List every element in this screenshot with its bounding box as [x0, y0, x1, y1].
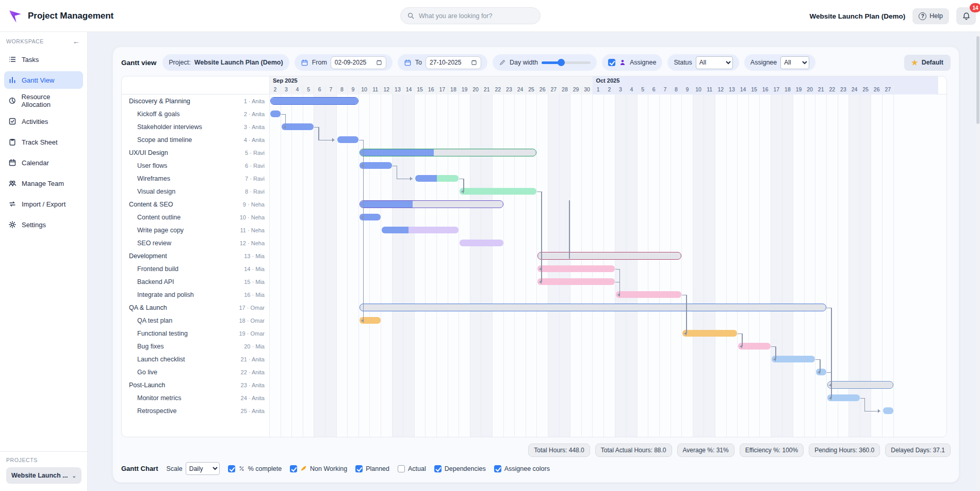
checkbox[interactable]: [228, 465, 235, 472]
gantt-chart-container: Discovery & Planning1 · AnitaKickoff & g…: [121, 76, 947, 437]
gantt-bar[interactable]: [616, 291, 682, 298]
task-list-panel: Discovery & Planning1 · AnitaKickoff & g…: [122, 76, 270, 437]
checkbox[interactable]: [398, 465, 405, 472]
task-row[interactable]: Bug fixes20 · Mia: [122, 340, 270, 353]
gantt-bar[interactable]: [682, 330, 737, 337]
sidebar-item-resource-allocation[interactable]: Resource Allocation: [4, 92, 83, 109]
default-button[interactable]: ★ Default: [904, 55, 951, 71]
date-picker-icon[interactable]: [471, 59, 477, 66]
day-width-group: Day width: [493, 54, 597, 71]
to-date-input[interactable]: [430, 59, 468, 66]
task-row[interactable]: Kickoff & goals2 · Anita: [122, 107, 270, 120]
gantt-summary-bar[interactable]: [270, 97, 358, 105]
checkbox[interactable]: [494, 465, 501, 472]
task-row[interactable]: Content outline10 · Neha: [122, 211, 270, 224]
sidebar-item-calendar[interactable]: Calendar: [4, 154, 83, 171]
scale-select[interactable]: Daily: [186, 462, 220, 475]
scrollbar-thumb[interactable]: [976, 36, 979, 124]
task-row[interactable]: Retrospective25 · Anita: [122, 404, 270, 417]
gantt-bar[interactable]: [415, 175, 459, 182]
assignee-select[interactable]: All: [780, 56, 809, 69]
stat-delayed-days: Delayed Days: 37.1: [885, 444, 951, 457]
sidebar-item-track-sheet[interactable]: Track Sheet: [4, 133, 83, 151]
gantt-summary-bar[interactable]: [827, 381, 893, 389]
sidebar-item-import-export[interactable]: Import / Export: [4, 195, 83, 213]
window-scrollbar[interactable]: [976, 32, 980, 491]
gantt-bar[interactable]: [772, 356, 815, 362]
gantt-bar[interactable]: [827, 394, 860, 401]
task-row[interactable]: Go live22 · Anita: [122, 366, 270, 378]
assignee-checkbox[interactable]: [608, 59, 615, 66]
task-row[interactable]: Integrate and polish16 · Mia: [122, 288, 270, 301]
checkbox[interactable]: [290, 465, 297, 472]
gantt-bar[interactable]: [270, 110, 281, 117]
day-cell: 2: [270, 85, 281, 94]
gantt-bar[interactable]: [738, 343, 771, 350]
toggle-label: Dependencies: [445, 465, 486, 472]
brand: Project Management: [0, 8, 113, 24]
task-panel-header: [122, 76, 269, 94]
gantt-summary-bar[interactable]: [537, 252, 681, 260]
day-width-slider[interactable]: [542, 61, 591, 64]
status-select[interactable]: All: [696, 56, 733, 69]
task-row[interactable]: Development13 · Mia: [122, 249, 270, 262]
search-input[interactable]: [419, 12, 527, 20]
task-row[interactable]: Discovery & Planning1 · Anita: [122, 94, 270, 107]
gantt-bar[interactable]: [282, 123, 314, 130]
task-row[interactable]: Frontend build14 · Mia: [122, 262, 270, 275]
gantt-bar[interactable]: [360, 162, 392, 169]
sidebar-item-activities[interactable]: Activities: [4, 113, 83, 130]
list-icon: [8, 55, 17, 64]
dependency-line: [318, 140, 334, 141]
sidebar-item-manage-team[interactable]: Manage Team: [4, 175, 83, 192]
gantt-bar[interactable]: [460, 240, 503, 246]
notifications-button[interactable]: 14: [956, 7, 976, 25]
search-bar[interactable]: [400, 7, 541, 24]
from-date-input[interactable]: [335, 59, 373, 66]
task-row[interactable]: Wireframes7 · Ravi: [122, 172, 270, 185]
sidebar-item-label: Resource Allocation: [22, 93, 79, 108]
task-row[interactable]: Stakeholder interviews3 · Anita: [122, 120, 270, 133]
project-selector[interactable]: Website Launch ... ⌄: [6, 467, 81, 484]
sidebar-item-gantt-view[interactable]: Gantt View: [4, 71, 83, 89]
gantt-bar[interactable]: [460, 188, 536, 195]
gantt-bar[interactable]: [382, 227, 459, 233]
sidebar-item-tasks[interactable]: Tasks: [4, 51, 83, 68]
task-row[interactable]: Post-Launch23 · Anita: [122, 378, 270, 391]
day-cell: 24: [849, 85, 860, 94]
pencil-icon: [499, 59, 506, 66]
slider-thumb[interactable]: [558, 59, 565, 66]
task-row[interactable]: SEO review12 · Neha: [122, 236, 270, 249]
task-row[interactable]: Content & SEO9 · Neha: [122, 198, 270, 211]
gantt-bar[interactable]: [883, 407, 893, 414]
gantt-bar[interactable]: [337, 136, 358, 143]
task-row[interactable]: User flows6 · Ravi: [122, 159, 270, 172]
task-row[interactable]: Scope and timeline4 · Anita: [122, 133, 270, 146]
help-button[interactable]: ? Help: [912, 8, 949, 24]
app-logo-icon: [7, 8, 23, 24]
task-row[interactable]: QA & Launch17 · Omar: [122, 301, 270, 314]
projects-label: PROJECTS: [6, 457, 81, 463]
task-row[interactable]: Monitor metrics24 · Anita: [122, 391, 270, 404]
gantt-summary-bar[interactable]: [360, 200, 503, 208]
task-row[interactable]: UX/UI Design5 · Ravi: [122, 146, 270, 159]
dependency-line: [860, 398, 864, 399]
day-cell: 25: [860, 85, 872, 94]
checkbox[interactable]: [434, 465, 442, 472]
task-row[interactable]: Functional testing19 · Omar: [122, 327, 270, 340]
sidebar-collapse-icon[interactable]: ←: [73, 37, 80, 45]
sidebar-item-settings[interactable]: Settings: [4, 216, 83, 233]
task-row[interactable]: Backend API15 · Mia: [122, 275, 270, 288]
date-picker-icon[interactable]: [376, 59, 382, 66]
task-row[interactable]: Launch checklist21 · Anita: [122, 353, 270, 366]
gantt-summary-bar[interactable]: [360, 149, 537, 156]
gantt-bar[interactable]: [537, 278, 614, 285]
checkbox[interactable]: [355, 465, 363, 472]
gantt-bar[interactable]: [537, 265, 614, 272]
task-name: Bug fixes: [122, 343, 164, 350]
from-date-input-box: [331, 56, 386, 69]
task-row[interactable]: Visual design8 · Ravi: [122, 185, 270, 198]
task-row[interactable]: QA test plan18 · Omar: [122, 314, 270, 327]
gantt-summary-bar[interactable]: [360, 304, 826, 311]
task-row[interactable]: Write page copy11 · Neha: [122, 224, 270, 236]
